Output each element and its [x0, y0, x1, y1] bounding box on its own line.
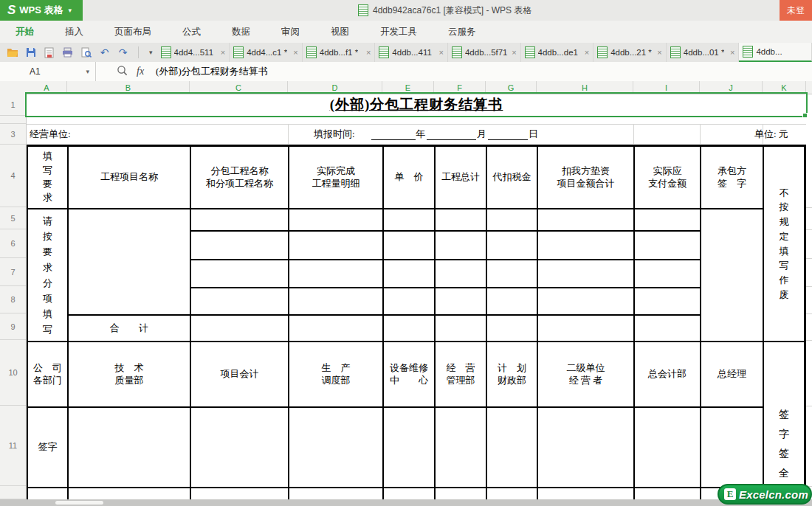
cell-currency-unit[interactable]: 单位: 元 [754, 128, 788, 141]
grid-cell[interactable] [635, 232, 701, 260]
grid-cell[interactable] [384, 316, 436, 342]
grid-cell[interactable] [191, 232, 289, 260]
grid-cell[interactable] [487, 260, 538, 288]
save-icon[interactable] [24, 46, 37, 59]
row-header-5[interactable]: 5 [0, 207, 26, 229]
grid-cell[interactable] [635, 209, 701, 232]
date-blank-month[interactable] [427, 124, 476, 140]
menu-item-data[interactable]: 数据 [216, 26, 266, 38]
date-blank-day[interactable] [488, 124, 528, 140]
close-icon[interactable]: × [221, 48, 225, 57]
close-icon[interactable]: × [730, 48, 734, 57]
doc-tab-8[interactable]: 4ddb...01 * × [667, 43, 740, 62]
doc-tab-9-active[interactable]: 4ddb... [739, 43, 812, 62]
row-header-6[interactable]: 6 [0, 229, 26, 258]
grid-cell[interactable] [69, 209, 191, 316]
grid-cell[interactable] [538, 232, 635, 260]
redo-icon[interactable]: ↷ [117, 46, 129, 59]
cell-withheld-tax-header[interactable]: 代扣税金 [487, 147, 538, 209]
grid-cell[interactable] [635, 316, 701, 342]
cell-equipment-maintenance-center[interactable]: 设备维修 中 心 [384, 342, 436, 408]
grid-cell[interactable] [487, 232, 538, 260]
menu-item-home[interactable]: 开始 [0, 26, 49, 38]
grid-cell[interactable] [538, 209, 635, 232]
close-icon[interactable]: × [585, 48, 589, 57]
grid-cell[interactable] [436, 288, 487, 316]
grid-cell[interactable] [635, 288, 701, 316]
close-icon[interactable]: × [366, 48, 371, 57]
grid-cell[interactable] [538, 260, 635, 288]
export-pdf-icon[interactable] [43, 46, 55, 59]
doc-tab-3[interactable]: 4ddb...f1 * × [303, 43, 376, 62]
grid-cell[interactable] [191, 209, 289, 232]
grid-cell[interactable] [487, 288, 538, 316]
doc-tab-5[interactable]: 4ddb...5f71 × [448, 43, 521, 62]
grid-cell[interactable] [289, 288, 384, 316]
cell-unit-price-header[interactable]: 单 价 [384, 147, 436, 209]
row-header-2-hidden[interactable] [0, 116, 26, 124]
menu-item-page-layout[interactable]: 页面布局 [99, 26, 167, 38]
grid-cell[interactable] [191, 408, 289, 488]
row-header-11[interactable]: 11 [0, 406, 26, 486]
grid-cell[interactable] [635, 260, 701, 288]
chevron-down-icon[interactable]: ▾ [69, 7, 72, 14]
cell-invalid-note[interactable]: 不按规定填写作废 [764, 147, 804, 342]
menu-item-insert[interactable]: 插入 [49, 26, 99, 38]
cell-chief-accounting-dept[interactable]: 总会计部 [635, 342, 701, 408]
doc-tab-4[interactable]: 4ddb...411 × [375, 43, 448, 62]
cell-tech-quality-dept[interactable]: 技 术 质量部 [69, 342, 191, 408]
formula-content[interactable]: (外部)分包工程财务结算书 [156, 65, 268, 78]
menu-item-review[interactable]: 审阅 [266, 26, 315, 38]
open-folder-icon[interactable] [6, 46, 18, 59]
cell-operating-unit-label[interactable]: 经营单位: [30, 128, 71, 141]
close-icon[interactable]: × [512, 48, 516, 57]
close-icon[interactable]: × [439, 48, 444, 57]
cell-company-departments[interactable]: 公 司 各部门 [28, 342, 69, 408]
menu-item-dev-tools[interactable]: 开发工具 [365, 26, 433, 38]
toolbar-dropdown-icon[interactable]: ▾ [149, 49, 153, 56]
grid-cell[interactable] [289, 209, 384, 232]
grid-cell[interactable] [191, 316, 289, 342]
cell-contractor-signature-header[interactable]: 承包方 签 字 [701, 147, 764, 209]
grid-cell[interactable] [436, 209, 487, 232]
grid-cell[interactable] [701, 408, 764, 488]
grid-cell[interactable] [538, 408, 635, 488]
chevron-down-icon[interactable]: ▾ [86, 68, 89, 75]
cell-actual-payable-header[interactable]: 实际应 支付金额 [635, 147, 701, 209]
print-icon[interactable] [61, 46, 74, 59]
cell-subcontract-name-header[interactable]: 分包工程名称 和分项工程名称 [191, 147, 289, 209]
grid-cell[interactable] [487, 209, 538, 232]
menu-item-view[interactable]: 视图 [315, 26, 365, 38]
horizontal-scrollbar[interactable] [0, 499, 812, 506]
cell-planning-finance-dept[interactable]: 计 划 财政部 [487, 342, 538, 408]
grid-cell[interactable] [635, 408, 701, 488]
row-header-8[interactable]: 8 [0, 286, 26, 313]
row-header-1[interactable]: 1 [0, 94, 26, 116]
grid-cell[interactable] [191, 260, 289, 288]
grid-cell[interactable] [289, 316, 384, 342]
cell-general-manager[interactable]: 总经理 [701, 342, 764, 408]
grid-cell[interactable] [191, 288, 289, 316]
name-box[interactable]: A1 ▾ [0, 62, 96, 81]
grid-cell[interactable] [289, 260, 384, 288]
cell-fill-instruction[interactable]: 请按要求分项填写 [28, 209, 69, 342]
row-header-3[interactable]: 3 [0, 124, 26, 145]
row-header-9[interactable]: 9 [0, 313, 26, 340]
cell-signature-validity-note[interactable]: 签字签全后生效 [764, 342, 804, 502]
cell-fill-date-label[interactable]: 填报时间: [314, 128, 355, 141]
row-header-4[interactable]: 4 [0, 145, 26, 207]
close-icon[interactable]: × [293, 48, 297, 57]
doc-tab-6[interactable]: 4ddb...de1 × [521, 43, 594, 62]
cell-signature-label[interactable]: 签字 [28, 408, 69, 488]
insert-function-icon[interactable]: fx [137, 66, 144, 77]
login-button[interactable]: 未登 [780, 0, 812, 21]
close-icon[interactable]: × [657, 48, 661, 57]
grid-cell[interactable] [436, 316, 487, 342]
cell-contractor-signature-area[interactable] [701, 209, 764, 342]
scrollbar-thumb[interactable] [55, 501, 103, 505]
cell-advance-deduction-header[interactable]: 扣我方垫资 项目金额合计 [538, 147, 635, 209]
date-blank-year[interactable] [371, 124, 416, 140]
doc-tab-1[interactable]: 4dd4...511 × [157, 43, 230, 62]
row-header-12-partial[interactable] [0, 486, 26, 499]
grid-cell[interactable] [436, 408, 487, 488]
